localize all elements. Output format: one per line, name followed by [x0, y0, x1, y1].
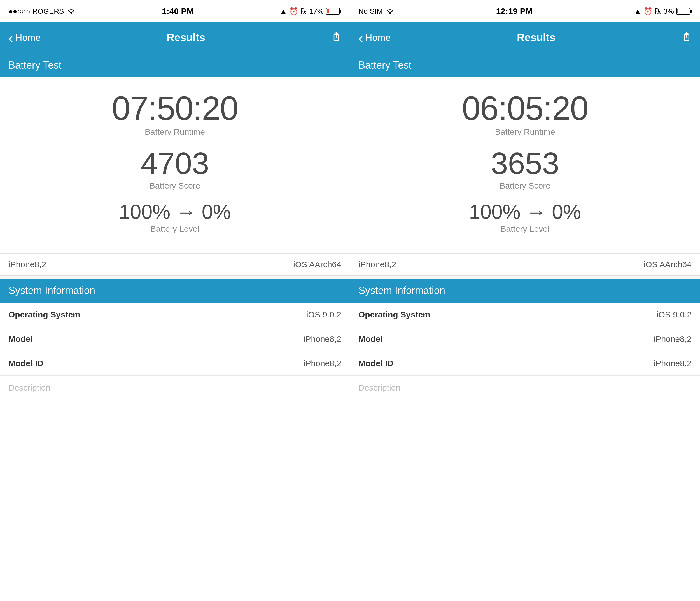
nav-back-button[interactable]: ‹ Home — [358, 31, 391, 45]
info-row-label-1: Model — [358, 334, 383, 344]
share-button[interactable] — [331, 30, 341, 45]
section-divider — [0, 276, 350, 279]
info-row-label-0: Operating System — [358, 310, 430, 319]
location-icon: ▲ — [280, 7, 287, 16]
status-left: ●●○○○ ROGERS — [8, 7, 76, 16]
share-button[interactable] — [681, 30, 692, 45]
back-chevron-icon: ‹ — [358, 31, 363, 45]
info-row-0: Operating System iOS 9.0.2 — [350, 303, 700, 327]
wifi-icon — [67, 7, 76, 16]
alarm-icon: ⏰ — [289, 7, 298, 16]
battery-score-value: 3653 — [491, 148, 559, 179]
system-info-table: Operating System iOS 9.0.2 Model iPhone8… — [0, 303, 350, 400]
info-row-value-2: iPhone8,2 — [654, 359, 692, 368]
nav-back-label: Home — [366, 32, 391, 43]
carrier-text: No SIM — [358, 7, 383, 16]
battery-icon — [676, 8, 692, 15]
nav-back-button[interactable]: ‹ Home — [8, 31, 41, 45]
battery-runtime-value: 06:05:20 — [462, 91, 588, 125]
battery-runtime-label: Battery Runtime — [112, 127, 238, 137]
info-row-2: Model ID iPhone8,2 — [350, 351, 700, 376]
nav-title: Results — [517, 32, 555, 44]
battery-level-label: Battery Level — [119, 224, 231, 234]
info-row-value-0: iOS 9.0.2 — [657, 310, 692, 319]
battery-score-label: Battery Score — [141, 181, 209, 191]
status-bar: No SIM 12:19 PM ▲ ⏰ ℞ 3% — [350, 0, 700, 22]
section-divider — [350, 276, 700, 279]
nav-back-label: Home — [16, 32, 41, 43]
battery-test-header: Battery Test — [0, 53, 350, 77]
bluetooth-icon: ℞ — [300, 7, 307, 16]
bluetooth-icon: ℞ — [655, 7, 661, 16]
battery-icon — [326, 8, 341, 15]
nav-title: Results — [167, 32, 205, 44]
device-model-text: iPhone8,2 — [358, 260, 396, 269]
device-info-row: iPhone8,2 iOS AArch64 — [0, 254, 350, 276]
info-row-label-2: Model ID — [8, 359, 43, 368]
device-arch-text: iOS AArch64 — [293, 260, 341, 269]
device-arch-text: iOS AArch64 — [644, 260, 692, 269]
runtime-block: 06:05:20 Battery Runtime — [462, 91, 588, 137]
device-model-text: iPhone8,2 — [8, 260, 46, 269]
system-info-table: Operating System iOS 9.0.2 Model iPhone8… — [350, 303, 700, 400]
runtime-block: 07:50:20 Battery Runtime — [112, 91, 238, 137]
info-row-0: Operating System iOS 9.0.2 — [0, 303, 350, 327]
battery-level-label: Battery Level — [469, 224, 581, 234]
info-row-label-0: Operating System — [8, 310, 80, 319]
info-row-value-1: iPhone8,2 — [654, 334, 692, 344]
battery-runtime-value: 07:50:20 — [112, 91, 238, 125]
battery-score-label: Battery Score — [491, 181, 559, 191]
level-block: 100% → 0% Battery Level — [469, 202, 581, 234]
info-row-2: Model ID iPhone8,2 — [0, 351, 350, 376]
stats-section: 06:05:20 Battery Runtime 3653 Battery Sc… — [350, 77, 700, 254]
info-row-value-1: iPhone8,2 — [303, 334, 341, 344]
status-time: 12:19 PM — [496, 6, 532, 16]
system-info-header: System Information — [350, 279, 700, 303]
wifi-icon — [385, 7, 395, 16]
phone-phone-right: No SIM 12:19 PM ▲ ⏰ ℞ 3% — [350, 0, 700, 601]
carrier-text: ●●○○○ ROGERS — [8, 7, 64, 16]
device-info-row: iPhone8,2 iOS AArch64 — [350, 254, 700, 276]
location-icon: ▲ — [634, 7, 642, 16]
nav-bar: ‹ Home Results — [350, 22, 700, 53]
battery-level-value: 100% → 0% — [469, 202, 581, 222]
battery-runtime-label: Battery Runtime — [462, 127, 588, 137]
info-row-value-2: iPhone8,2 — [303, 359, 341, 368]
status-right: ▲ ⏰ ℞ 3% — [634, 7, 692, 16]
battery-score-value: 4703 — [141, 148, 209, 179]
nav-bar: ‹ Home Results — [0, 22, 350, 53]
description-placeholder: Description — [350, 376, 700, 400]
back-chevron-icon: ‹ — [8, 31, 13, 45]
status-left: No SIM — [358, 7, 395, 16]
status-right: ▲ ⏰ ℞ 17% — [280, 7, 341, 16]
info-row-label-2: Model ID — [358, 359, 393, 368]
score-block: 3653 Battery Score — [491, 148, 559, 191]
stats-section: 07:50:20 Battery Runtime 4703 Battery Sc… — [0, 77, 350, 254]
info-row-label-1: Model — [8, 334, 33, 344]
level-block: 100% → 0% Battery Level — [119, 202, 231, 234]
battery-percent-text: 17% — [309, 7, 324, 16]
status-bar: ●●○○○ ROGERS 1:40 PM ▲ ⏰ ℞ 17% — [0, 0, 350, 22]
battery-test-header: Battery Test — [350, 53, 700, 77]
info-row-value-0: iOS 9.0.2 — [306, 310, 341, 319]
description-placeholder: Description — [0, 376, 350, 400]
battery-level-value: 100% → 0% — [119, 202, 231, 222]
status-time: 1:40 PM — [162, 6, 194, 16]
alarm-icon: ⏰ — [644, 7, 652, 16]
system-info-header: System Information — [0, 279, 350, 303]
score-block: 4703 Battery Score — [141, 148, 209, 191]
phone-phone-left: ●●○○○ ROGERS 1:40 PM ▲ ⏰ ℞ 17% — [0, 0, 350, 601]
info-row-1: Model iPhone8,2 — [0, 327, 350, 351]
info-row-1: Model iPhone8,2 — [350, 327, 700, 351]
battery-percent-text: 3% — [663, 7, 674, 16]
